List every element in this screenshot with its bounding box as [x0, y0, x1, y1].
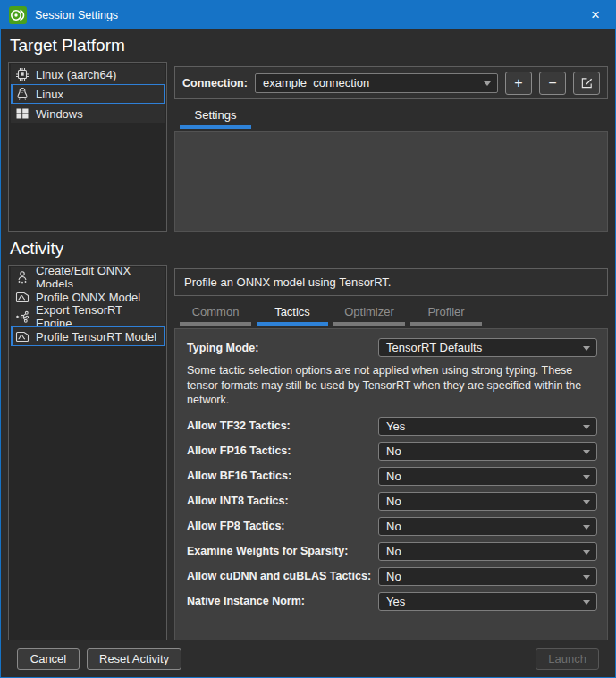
windows-logo-icon	[15, 106, 30, 121]
tab-profiler[interactable]: Profiler	[410, 301, 482, 326]
app-logo-icon	[9, 6, 27, 24]
platform-item-linux[interactable]: Linux	[11, 84, 165, 104]
sparsity-dropdown[interactable]: No	[378, 542, 597, 561]
remove-connection-button[interactable]: −	[539, 72, 566, 95]
cpu-icon	[15, 67, 30, 81]
platform-item-windows[interactable]: Windows	[11, 104, 165, 123]
instance-norm-dropdown[interactable]: Yes	[378, 592, 597, 611]
minus-icon: −	[548, 76, 556, 90]
activity-item-label: Profile ONNX Model	[36, 291, 140, 304]
export-graph-icon	[15, 309, 30, 324]
close-icon[interactable]: ×	[584, 4, 607, 27]
cudnn-cublas-dropdown[interactable]: No	[378, 567, 597, 586]
titlebar: Session Settings ×	[1, 1, 615, 29]
activity-item-export-tensorrt[interactable]: Export TensorRT Engine	[11, 307, 165, 326]
form-row-cudnn-cublas: Allow cuDNN and cuBLAS Tactics: No	[187, 567, 597, 586]
int8-dropdown[interactable]: No	[378, 492, 597, 511]
edit-pencil-icon	[580, 76, 594, 89]
edit-connection-button[interactable]	[573, 72, 600, 95]
form-row-instance-norm: Native Instance Norm: Yes	[187, 592, 597, 611]
platform-list: Linux (aarch64) Linux	[8, 62, 167, 232]
form-row-typing-mode: Typing Mode: TensorRT Defaults	[187, 338, 597, 357]
activity-detail-area: Profile an ONNX model using TensorRT. Co…	[174, 265, 608, 640]
profile-chart-icon	[15, 329, 30, 343]
activity-item-profile-tensorrt[interactable]: Profile TensorRT Model	[11, 326, 165, 346]
person-network-icon	[15, 270, 30, 284]
activity-description: Profile an ONNX model using TensorRT.	[184, 275, 391, 289]
form-row-int8: Allow INT8 Tactics: No	[187, 492, 597, 511]
connection-label: Connection:	[182, 77, 248, 89]
fp16-dropdown[interactable]: No	[378, 442, 597, 461]
footer-button-bar: Cancel Reset Activity Launch	[8, 640, 608, 677]
connection-box: Connection: example_connection + −	[174, 66, 608, 99]
target-platform-section: Linux (aarch64) Linux	[8, 62, 608, 232]
connection-area: Connection: example_connection + −	[174, 62, 608, 232]
activity-section: Create/Edit ONNX Models Profile ONNX Mod…	[8, 265, 608, 640]
settings-panel-empty	[174, 131, 608, 232]
connection-dropdown-value: example_connection	[263, 76, 369, 89]
bf16-dropdown[interactable]: No	[378, 467, 597, 486]
add-connection-button[interactable]: +	[505, 72, 532, 95]
platform-item-label: Linux (aarch64)	[36, 68, 116, 81]
activity-list: Create/Edit ONNX Models Profile ONNX Mod…	[8, 265, 167, 640]
form-row-fp8: Allow FP8 Tactics: No	[187, 517, 597, 536]
target-platform-heading: Target Platform	[10, 36, 608, 55]
form-row-bf16: Allow BF16 Tactics: No	[187, 467, 597, 486]
form-row-fp16: Allow FP16 Tactics: No	[187, 442, 597, 461]
session-settings-dialog: Session Settings × Target Platform Linux…	[0, 0, 616, 678]
platform-item-label: Linux	[36, 88, 63, 101]
activity-heading: Activity	[10, 239, 608, 258]
form-row-sparsity: Examine Weights for Sparsity: No	[187, 542, 597, 561]
activity-item-create-edit-onnx[interactable]: Create/Edit ONNX Models	[11, 267, 165, 287]
platform-item-label: Windows	[36, 107, 83, 121]
connection-dropdown[interactable]: example_connection	[255, 73, 498, 93]
activity-description-box: Profile an ONNX model using TensorRT.	[174, 268, 608, 296]
window-title: Session Settings	[35, 9, 576, 21]
tab-common[interactable]: Common	[180, 301, 251, 326]
dialog-content: Target Platform Linux (aarch64)	[1, 29, 615, 677]
plus-icon: +	[514, 76, 522, 90]
activity-item-label: Profile TensorRT Model	[36, 330, 156, 343]
tactics-form-panel: Typing Mode: TensorRT Defaults Some tact…	[174, 328, 608, 640]
profile-chart-icon	[15, 290, 30, 304]
typing-mode-label: Typing Mode:	[187, 342, 378, 354]
tab-tactics[interactable]: Tactics	[257, 301, 328, 326]
platform-item-linux-aarch64[interactable]: Linux (aarch64)	[11, 64, 165, 84]
tf32-dropdown[interactable]: Yes	[378, 417, 597, 436]
linux-penguin-icon	[15, 87, 30, 101]
typing-mode-dropdown[interactable]: TensorRT Defaults	[378, 338, 597, 357]
activity-tab-strip: Common Tactics Optimizer Profiler	[174, 301, 608, 326]
tab-optimizer[interactable]: Optimizer	[333, 301, 405, 326]
form-row-tf32: Allow TF32 Tactics: Yes	[187, 417, 597, 436]
strong-typing-note: Some tactic selection options are not ap…	[187, 363, 597, 408]
connection-tab-strip: Settings	[174, 104, 608, 129]
launch-button[interactable]: Launch	[536, 648, 599, 670]
tab-settings[interactable]: Settings	[180, 104, 251, 129]
reset-activity-button[interactable]: Reset Activity	[87, 648, 181, 670]
fp8-dropdown[interactable]: No	[378, 517, 597, 536]
cancel-button[interactable]: Cancel	[17, 648, 80, 670]
